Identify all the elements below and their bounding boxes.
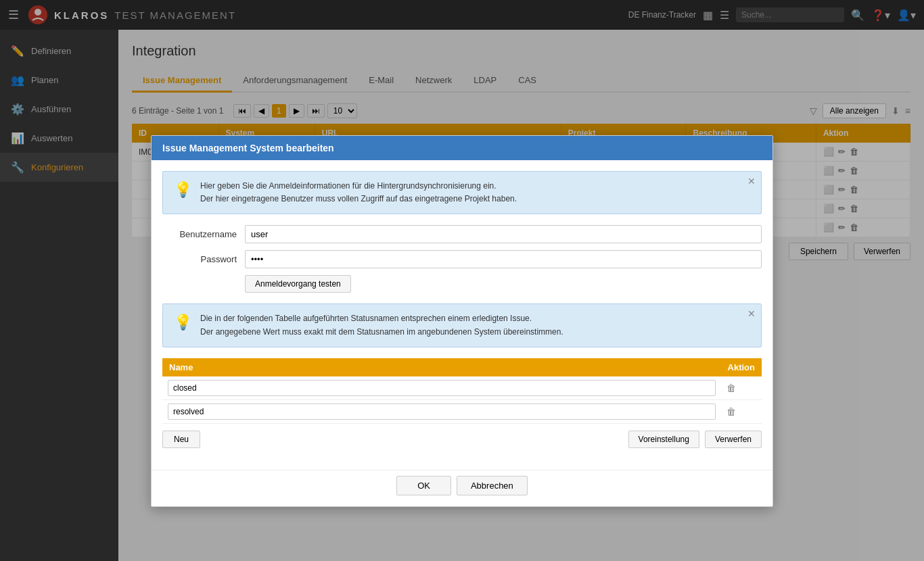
info-text-2: Die in der folgenden Tabelle aufgeführte… xyxy=(200,312,563,338)
abbrechen-button[interactable]: Abbrechen xyxy=(457,476,528,495)
status-delete-2[interactable]: 🗑 xyxy=(726,406,736,417)
ok-button[interactable]: OK xyxy=(396,476,451,495)
modal-verwerfen-button[interactable]: Verwerfen xyxy=(705,431,762,448)
status-table: Name Aktion 🗑 xyxy=(162,358,762,424)
neu-button[interactable]: Neu xyxy=(162,431,200,448)
modal-dialog-footer: OK Abbrechen xyxy=(152,470,772,506)
status-col-aktion: Aktion xyxy=(721,358,762,376)
status-row-2: 🗑 xyxy=(162,399,762,423)
benutzername-label: Benutzername xyxy=(162,229,237,239)
benutzername-input[interactable] xyxy=(245,225,762,243)
status-col-name: Name xyxy=(162,358,721,376)
benutzername-row: Benutzername xyxy=(162,225,762,243)
status-table-footer: Neu Voreinstellung Verwerfen xyxy=(162,431,762,448)
status-delete-1[interactable]: 🗑 xyxy=(726,383,736,393)
modal-header: Issue Management System bearbeiten xyxy=(152,136,772,160)
info-box-1-close[interactable]: ✕ xyxy=(747,176,756,187)
info-box-1: 💡 Hier geben Sie die Anmeldeinformatione… xyxy=(162,171,762,214)
status-input-2[interactable] xyxy=(168,404,716,420)
status-row-1: 🗑 xyxy=(162,376,762,400)
passwort-input[interactable] xyxy=(245,250,762,268)
bulb-icon-2: 💡 xyxy=(174,314,192,331)
info-box-2-close[interactable]: ✕ xyxy=(747,308,756,319)
modal-body: 💡 Hier geben Sie die Anmeldeinformatione… xyxy=(152,160,772,470)
voreinstellung-button[interactable]: Voreinstellung xyxy=(628,431,699,448)
passwort-row: Passwort xyxy=(162,250,762,268)
info-box-2: 💡 Die in der folgenden Tabelle aufgeführ… xyxy=(162,303,762,347)
modal-dialog: Issue Management System bearbeiten 💡 Hie… xyxy=(151,135,773,507)
modal-title: Issue Management System bearbeiten xyxy=(162,143,334,153)
bulb-icon-1: 💡 xyxy=(174,181,192,199)
status-input-1[interactable] xyxy=(168,380,716,396)
info-text-1: Hier geben Sie die Anmeldeinformationen … xyxy=(200,180,517,205)
modal-overlay: Issue Management System bearbeiten 💡 Hie… xyxy=(0,0,924,561)
passwort-label: Passwort xyxy=(162,254,237,264)
test-anmeldung-button[interactable]: Anmeldevorgang testen xyxy=(245,275,351,293)
